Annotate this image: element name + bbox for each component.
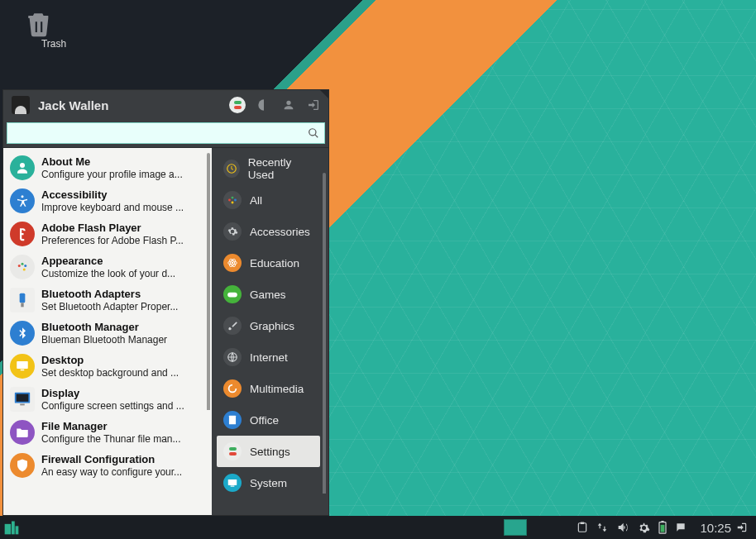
svg-rect-27 <box>5 524 12 535</box>
app-title: Accessibility <box>41 188 184 202</box>
network-icon[interactable] <box>596 522 608 533</box>
logout-button[interactable] <box>307 98 320 112</box>
user-avatar-icon[interactable] <box>12 96 30 114</box>
app-item-bluetooth-adapters[interactable]: Bluetooth AdaptersSet Bluetooth Adapter … <box>3 284 205 317</box>
user-name: Jack Wallen <box>38 98 108 112</box>
svg-point-5 <box>23 269 26 271</box>
category-label: Education <box>250 257 299 270</box>
education-icon <box>223 254 242 272</box>
category-settings[interactable]: Settings <box>217 436 320 467</box>
svg-point-16 <box>234 199 237 202</box>
all-settings-button[interactable] <box>229 97 246 113</box>
games-icon <box>223 285 242 303</box>
all-icon <box>223 191 242 209</box>
category-games[interactable]: Games <box>217 279 320 310</box>
trash-icon <box>25 10 83 38</box>
svg-point-18 <box>232 262 233 264</box>
internet-icon <box>223 348 242 366</box>
svg-rect-11 <box>17 394 29 402</box>
svg-rect-30 <box>579 523 586 532</box>
system-tray <box>568 521 695 534</box>
applications-scrollbar[interactable] <box>207 153 210 510</box>
app-item-bluetooth-manager[interactable]: Bluetooth ManagerBlueman Bluetooth Manag… <box>3 317 205 350</box>
app-title: Bluetooth Adapters <box>41 288 178 301</box>
app-title: About Me <box>41 155 183 169</box>
desktop-icon-trash[interactable]: Trash <box>25 10 83 50</box>
lock-screen-button[interactable] <box>282 98 295 112</box>
category-system[interactable]: System <box>217 467 320 498</box>
category-label: Internet <box>250 351 288 364</box>
settings-tray-icon[interactable] <box>638 522 650 534</box>
svg-rect-6 <box>20 293 26 303</box>
category-office[interactable]: Office <box>217 404 320 436</box>
category-internet[interactable]: Internet <box>217 341 320 373</box>
category-label: Games <box>250 289 286 301</box>
category-education[interactable]: Education <box>217 247 320 279</box>
volume-icon[interactable] <box>616 521 629 534</box>
svg-rect-24 <box>229 416 236 425</box>
graphics-icon <box>223 317 242 335</box>
categories-scrollbar[interactable] <box>323 173 326 510</box>
app-item-display[interactable]: DisplayConfigure screen settings and ... <box>3 383 205 416</box>
taskbar-panel: 10:25 <box>0 516 756 539</box>
battery-icon[interactable] <box>658 521 667 534</box>
clock[interactable]: 10:25 <box>695 521 736 535</box>
firewall-configuration-icon <box>10 453 35 478</box>
menu-header: Jack Wallen <box>3 90 328 120</box>
svg-rect-26 <box>231 486 235 487</box>
svg-rect-34 <box>662 521 664 522</box>
svg-rect-28 <box>12 522 15 535</box>
category-label: Graphics <box>250 320 294 332</box>
whisker-menu: Jack Wallen About MeConfigure your profi… <box>2 89 329 516</box>
accessibility-icon <box>10 188 35 213</box>
notification-icon[interactable] <box>675 522 687 533</box>
clipboard-icon[interactable] <box>577 522 588 533</box>
svg-rect-12 <box>20 404 25 406</box>
app-title: Appearance <box>41 255 175 268</box>
category-accessories[interactable]: Accessories <box>217 216 320 247</box>
app-description: An easy way to configure your... <box>41 466 182 478</box>
app-description: Blueman Bluetooth Manager <box>41 334 167 346</box>
category-label: Accessories <box>250 226 310 238</box>
category-all[interactable]: All <box>217 184 320 216</box>
app-description: Configure screen settings and ... <box>41 400 184 412</box>
search-field[interactable] <box>7 122 325 144</box>
app-item-firewall-configuration[interactable]: Firewall ConfigurationAn easy way to con… <box>3 449 205 482</box>
app-item-about-me[interactable]: About MeConfigure your profile image a..… <box>3 151 205 184</box>
resize-grip-icon[interactable] <box>320 90 328 98</box>
svg-rect-22 <box>227 293 237 298</box>
app-item-appearance[interactable]: AppearanceCustomize the look of your d..… <box>3 250 205 284</box>
screensaver-button[interactable] <box>257 98 270 112</box>
system-icon <box>223 474 242 492</box>
app-item-accessibility[interactable]: AccessibilityImprove keyboard and mouse … <box>3 184 205 217</box>
svg-point-2 <box>18 265 21 267</box>
appearance-icon <box>10 255 35 279</box>
svg-point-15 <box>232 197 234 199</box>
bluetooth-adapters-icon <box>10 288 35 312</box>
category-label: Multimedia <box>250 383 304 395</box>
app-description: Improve keyboard and mouse ... <box>41 202 184 213</box>
svg-point-3 <box>22 263 24 265</box>
display-icon <box>10 387 35 412</box>
app-item-adobe-flash-player[interactable]: Adobe Flash PlayerPreferences for Adobe … <box>3 217 205 250</box>
category-graphics[interactable]: Graphics <box>217 310 320 341</box>
search-input[interactable] <box>12 127 308 140</box>
recently-used-icon <box>223 160 240 178</box>
app-item-file-manager[interactable]: File ManagerConfigure the Thunar file ma… <box>3 416 205 449</box>
search-icon <box>308 127 319 139</box>
category-multimedia[interactable]: Multimedia <box>217 373 320 404</box>
category-recently-used[interactable]: Recently Used <box>217 153 320 184</box>
logout-panel-icon[interactable] <box>736 522 756 533</box>
workspace-switcher[interactable] <box>504 519 527 536</box>
svg-point-1 <box>22 195 24 198</box>
svg-rect-9 <box>21 370 25 371</box>
svg-rect-7 <box>21 303 23 307</box>
office-icon <box>223 411 242 429</box>
menu-button[interactable] <box>0 516 23 539</box>
app-title: Bluetooth Manager <box>41 321 167 334</box>
svg-rect-31 <box>581 522 585 524</box>
app-title: Desktop <box>41 354 179 367</box>
app-item-desktop[interactable]: DesktopSet desktop background and ... <box>3 350 205 383</box>
desktop-icon-label: Trash <box>25 38 83 50</box>
svg-rect-8 <box>17 361 28 369</box>
